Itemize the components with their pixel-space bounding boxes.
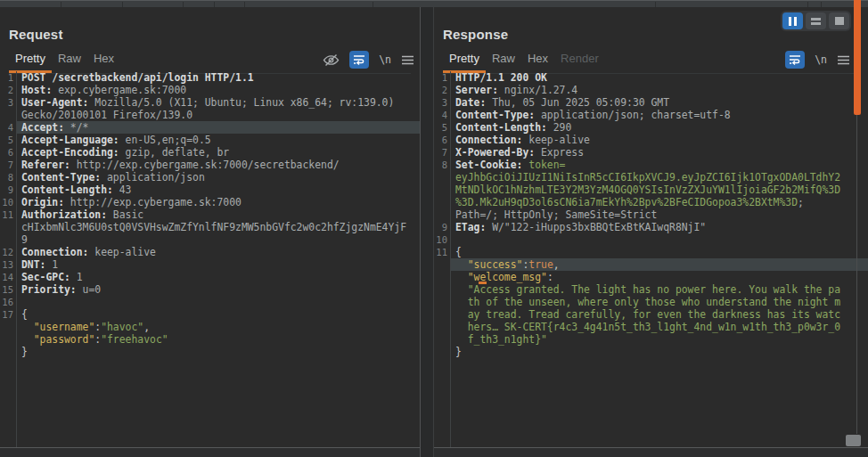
code-line[interactable]: 11{: [434, 246, 868, 258]
code-token: th of the unseen, where only those who u…: [468, 296, 840, 308]
code-line[interactable]: eyJhbGciOiJIUzI1NiIsInR5cCI6IkpXVCJ9.eyJ…: [434, 171, 868, 184]
code-token: application/json; charset=utf-8: [535, 109, 730, 121]
code-line[interactable]: 7X-Powered-By: Express: [434, 146, 868, 159]
vertical-scrollbar-thumb[interactable]: [854, 0, 861, 115]
code-line[interactable]: "username":"havoc",: [0, 321, 420, 333]
code-line[interactable]: 2Server: nginx/1.27.4: [434, 84, 868, 96]
code-line[interactable]: 6Accept-Encoding: gzip, deflate, br: [0, 146, 420, 159]
code-line[interactable]: ay tread. Tread carefully, for even the …: [434, 308, 868, 321]
code-line[interactable]: 6Connection: keep-alive: [434, 134, 868, 146]
code-token: [455, 321, 468, 333]
code-token: Express: [535, 146, 584, 159]
repeater-workspace: Request PrettyRawHex \n: [0, 7, 868, 457]
code-line[interactable]: 13DNT: 1: [0, 258, 420, 271]
code-line[interactable]: 8Content-Type: application/json: [0, 171, 420, 184]
newline-toggle-button[interactable]: \n: [379, 53, 391, 66]
code-token: User-Agent:: [21, 96, 88, 109]
code-line[interactable]: 3Date: Thu, 05 Jun 2025 05:09:30 GMT: [434, 96, 868, 109]
code-line[interactable]: "success":true,: [434, 258, 868, 271]
stop-button[interactable]: [829, 12, 849, 29]
code-token: Accept-Encoding:: [21, 146, 119, 159]
split-horizontal-button[interactable]: [806, 12, 826, 29]
code-line[interactable]: f_th3_n1ght}": [434, 333, 868, 346]
code-line[interactable]: Path=/; HttpOnly; SameSite=Strict: [434, 208, 868, 221]
code-line[interactable]: 11Authorization: Basic: [0, 208, 420, 221]
code-line[interactable]: 4Accept: */*: [0, 121, 420, 134]
response-editor-toolbar: \n: [785, 51, 850, 69]
code-token: "success": [468, 258, 523, 271]
code-line[interactable]: 1HTTP/1.1 200 OK: [434, 71, 868, 84]
code-token: Content-Type:: [21, 171, 101, 184]
code-line[interactable]: 3User-Agent: Mozilla/5.0 (X11; Ubuntu; L…: [0, 96, 420, 109]
code-line[interactable]: 10: [434, 233, 868, 246]
code-line[interactable]: 5Content-Length: 290: [434, 121, 868, 134]
panel-splitter[interactable]: [420, 7, 434, 457]
code-token: Content-Length:: [21, 184, 113, 196]
code-line[interactable]: }: [0, 346, 420, 358]
response-editor[interactable]: 1HTTP/1.1 200 OK2Server: nginx/1.27.43Da…: [434, 71, 868, 447]
code-token: Thu, 05 Jun 2025 05:09:30 GMT: [486, 96, 669, 109]
tab-raw[interactable]: Raw: [52, 45, 87, 73]
pause-button[interactable]: [782, 12, 803, 29]
code-line[interactable]: 9: [0, 233, 420, 246]
code-line[interactable]: 16: [0, 296, 420, 308]
menu-icon[interactable]: [401, 55, 414, 65]
newline-toggle-button[interactable]: \n: [815, 53, 827, 66]
code-line[interactable]: 5Accept-Language: en-US,en;q=0.5: [0, 134, 420, 146]
tab-raw[interactable]: Raw: [486, 45, 521, 73]
line-number: 14: [0, 271, 13, 283]
tab-pretty[interactable]: Pretty: [443, 45, 486, 73]
code-line[interactable]: 7Referer: http://exp.cybergame.sk:7000/s…: [0, 159, 420, 171]
line-number: 8: [0, 171, 13, 184]
vertical-scrollbar-track[interactable]: [856, 115, 857, 434]
code-token: :: [547, 271, 553, 283]
code-line[interactable]: %3D.Mk2uH9qD3ol6sCN6ia7mEkYh%2Bpv%2BFeCI…: [434, 196, 868, 208]
code-line[interactable]: 12Connection: keep-alive: [0, 246, 420, 258]
code-token: Priority:: [21, 283, 77, 296]
code-token: }: [455, 346, 462, 358]
request-editor[interactable]: 1POST /secretbackend/api/login HTTP/1.12…: [0, 71, 420, 447]
tab-hex[interactable]: Hex: [521, 45, 554, 73]
scrollbar-corner[interactable]: [846, 435, 861, 446]
code-line[interactable]: "password":"freehavoc": [0, 333, 420, 346]
menu-icon[interactable]: [837, 55, 850, 65]
code-token: %3D.Mk2uH9qD3ol6sCN6ia7mEkYh%2Bpv%2BFeCI…: [455, 196, 798, 208]
word-wrap-icon[interactable]: [349, 51, 369, 69]
code-token: Accept-Language:: [21, 134, 119, 146]
pause-icon: [789, 17, 797, 26]
code-line[interactable]: 1POST /secretbackend/api/login HTTP/1.1: [0, 71, 420, 84]
code-line[interactable]: 14Sec-GPC: 1: [0, 271, 420, 283]
code-token: 1: [70, 271, 83, 283]
code-token: Set-Cookie:: [455, 159, 522, 171]
code-line[interactable]: 17{: [0, 308, 420, 321]
code-line[interactable]: Gecko/20100101 Firefox/139.0: [0, 109, 420, 121]
line-number: 10: [434, 233, 447, 246]
code-line[interactable]: hers… SK-CERT{r4c3_4g41n5t_th3_l1ght_4nd…: [434, 321, 868, 333]
code-line[interactable]: MtNDlkOC1hNzhmLTE3Y2M3YzM4OGQ0YSIsInVzZX…: [434, 184, 868, 196]
code-token: true: [528, 258, 553, 271]
line-number: 15: [0, 283, 13, 296]
code-token: Mozilla/5.0 (X11; Ubuntu; Linux x86_64; …: [88, 96, 394, 109]
tab-pretty[interactable]: Pretty: [9, 45, 52, 73]
code-line[interactable]: cHIxbmNlc3M6U0stQ0VSVHswZmZfYnlfNF9zMW5n…: [0, 221, 420, 233]
code-line[interactable]: th of the unseen, where only those who u…: [434, 296, 868, 308]
tab-hex[interactable]: Hex: [87, 45, 120, 73]
top-tab-strip: [0, 0, 868, 7]
code-line[interactable]: 8Set-Cookie: token=: [434, 159, 868, 171]
code-line[interactable]: 9ETag: W/"122-iHupps3bxBBQtExBtKAIwqR8Nj…: [434, 221, 868, 233]
code-token: ,: [553, 258, 560, 271]
hide-eye-icon[interactable]: [323, 53, 340, 67]
code-line[interactable]: }: [434, 346, 868, 358]
code-line[interactable]: 2Host: exp.cybergame.sk:7000: [0, 84, 420, 96]
code-token: eyJhbGciOiJIUzI1NiIsInR5cCI6IkpXVCJ9.eyJ…: [455, 171, 840, 184]
code-token: 9: [21, 233, 28, 246]
code-line[interactable]: "Access granted. The light has no power …: [434, 283, 868, 296]
code-line[interactable]: 15Priority: u=0: [0, 283, 420, 296]
code-line[interactable]: 4Content-Type: application/json; charset…: [434, 109, 868, 121]
code-line[interactable]: "welcome_msg":: [434, 271, 868, 283]
code-line[interactable]: 9Content-Length: 43: [0, 184, 420, 196]
code-token: keep-alive: [522, 134, 589, 146]
code-line[interactable]: 10Origin: http://exp.cybergame.sk:7000: [0, 196, 420, 208]
code-token: W/"122-iHupps3bxBBQtExBtKAIwqR8NjI": [486, 221, 706, 233]
word-wrap-icon[interactable]: [785, 51, 805, 69]
